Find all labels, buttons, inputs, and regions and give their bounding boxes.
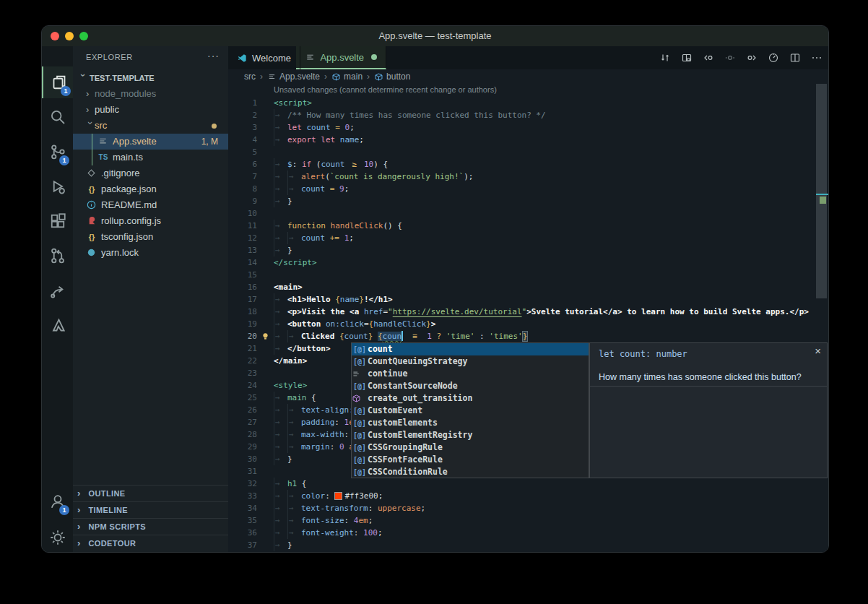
activity-bar-item-search[interactable] — [42, 101, 73, 133]
code-line-8[interactable]: 8→→count = 9; — [228, 183, 828, 195]
pull-request-icon — [49, 247, 66, 264]
workspace-root-row[interactable]: › TEST-TEMPLATE — [73, 70, 228, 86]
tree-item-yarn-lock[interactable]: yarn.lock — [73, 245, 228, 261]
scrollbar[interactable] — [816, 84, 827, 298]
code-line-13[interactable]: 13→} — [228, 244, 828, 256]
code-line-18[interactable]: 18→<p>Visit the <a href="https://svelte.… — [228, 306, 828, 318]
activity-bar-item-explorer[interactable]: 1 — [42, 66, 74, 98]
tree-item-node-modules[interactable]: ›node_modules — [73, 86, 228, 102]
code-line-34[interactable]: 34→→text-transform: uppercase; — [228, 502, 828, 514]
suggestion-label: CSSGroupingRule — [368, 441, 443, 454]
suggestion-cssfontfacerule[interactable]: [@]CSSFontFaceRule — [352, 454, 589, 466]
navigate-forward-icon[interactable] — [746, 52, 758, 64]
close-icon[interactable]: × — [815, 345, 821, 357]
suggestion-customelementregistry[interactable]: [@]CustomElementRegistry — [352, 429, 589, 441]
suggestion-cssconditionrule[interactable]: [@]CSSConditionRule — [352, 466, 589, 478]
breadcrumb-item-main[interactable]: main — [331, 72, 363, 82]
code-line-19[interactable]: 19→<button on:click={handleClick}> — [228, 318, 828, 330]
suggestion-constantsourcenode[interactable]: [@]ConstantSourceNode — [352, 380, 589, 392]
code-line-5[interactable]: 5 — [228, 146, 828, 158]
compare-changes-icon[interactable] — [659, 52, 671, 64]
tree-item-readme-md[interactable]: README.md — [73, 197, 228, 213]
code-line-1[interactable]: 1<script> — [228, 97, 828, 109]
activity-bar-item-azure[interactable] — [42, 309, 73, 341]
suggestion-countqueuingstrategy[interactable]: [@]CountQueuingStrategy — [352, 355, 589, 368]
tree-item-src[interactable]: ›src — [73, 118, 228, 134]
code-line-20[interactable]: 20→→Clicked {count} {coun ≡ 1 ? 'time' :… — [228, 330, 828, 342]
tab-welcome[interactable]: Welcome — [228, 46, 300, 69]
activity-bar-item-extensions[interactable] — [42, 205, 73, 237]
split-editor-icon[interactable] — [789, 52, 801, 64]
code-line-12[interactable]: 12→→count += 1; — [228, 232, 828, 244]
run-icon[interactable] — [768, 52, 779, 64]
codelens-unsaved-changes[interactable]: Unsaved changes (cannot determine recent… — [274, 85, 497, 94]
code-line-16[interactable]: 16<main> — [228, 281, 828, 293]
suggestion-cssgroupingrule[interactable]: [@]CSSGroupingRule — [352, 441, 589, 454]
more-actions-icon[interactable]: ··· — [207, 50, 220, 61]
sidebar-section-timeline[interactable]: › TIMELINE — [73, 501, 228, 518]
suggestion-customelements[interactable]: [@]customElements — [352, 417, 589, 429]
sidebar-section-codetour[interactable]: › CODETOUR — [73, 535, 228, 551]
gear-icon — [49, 529, 66, 546]
suggestion-create_out_transition[interactable]: create_out_transition — [352, 392, 589, 405]
code-viewport[interactable]: Unsaved changes (cannot determine recent… — [228, 84, 828, 552]
navigate-back-icon[interactable] — [703, 52, 714, 64]
tab-app-svelte[interactable]: App.svelte — [296, 46, 386, 69]
suggestion-customevent[interactable]: [@]CustomEvent — [352, 405, 589, 417]
code-line-14[interactable]: 14</script> — [228, 256, 828, 269]
activity-bar-item-live-share[interactable] — [42, 275, 73, 306]
section-label: NPM SCRIPTS — [88, 522, 146, 531]
tree-item-label: rollup.config.js — [101, 215, 161, 226]
tree-item-app-svelte[interactable]: App.svelte1, M — [73, 134, 228, 150]
tree-item-rollup-config-js[interactable]: rollup.config.js — [73, 213, 228, 229]
code-line-4[interactable]: 4→export let name; — [228, 134, 828, 146]
json-icon: {} — [86, 181, 97, 197]
code-text: →let count = 0; — [274, 121, 355, 134]
code-text: →→alert(`count is dangerously high!`); — [274, 171, 473, 183]
code-line-15[interactable]: 15 — [228, 269, 828, 281]
code-line-33[interactable]: 33→→color: #ff3e00; — [228, 490, 828, 502]
overview-ruler-change-mark — [820, 197, 826, 204]
code-line-6[interactable]: 6→$: if (count ≥ 10) { — [228, 158, 828, 171]
code-line-3[interactable]: 3→let count = 0; — [228, 121, 828, 134]
line-number: 8 — [228, 183, 257, 195]
tab-whitespace-icon: → — [287, 441, 301, 453]
activity-bar-item-accounts[interactable]: 1 — [42, 486, 73, 517]
more-actions-icon[interactable] — [811, 52, 823, 64]
code-line-10[interactable]: 10 — [228, 207, 828, 220]
code-line-36[interactable]: 36→→font-weight: 100; — [228, 527, 828, 539]
code-line-7[interactable]: 7→→alert(`count is dangerously high!`); — [228, 171, 828, 183]
code-line-35[interactable]: 35→→font-size: 4em; — [228, 514, 828, 527]
code-text: →→text-transform: uppercase; — [274, 502, 425, 514]
code-line-17[interactable]: 17→<h1>Hello {name}!</h1> — [228, 293, 828, 306]
line-number: 22 — [228, 355, 257, 367]
sidebar-section-npm-scripts[interactable]: › NPM SCRIPTS — [73, 518, 228, 535]
code-line-37[interactable]: 37→} — [228, 539, 828, 551]
code-line-2[interactable]: 2→/** How many times has someone clicked… — [228, 109, 828, 121]
activity-bar-item-run-debug[interactable] — [42, 171, 73, 202]
color-swatch — [334, 492, 342, 500]
open-preview-icon[interactable] — [681, 52, 693, 64]
lightbulb-icon[interactable] — [261, 332, 270, 341]
activity-bar-item-settings[interactable] — [42, 522, 73, 553]
breadcrumb-item-src[interactable]: src — [244, 72, 256, 82]
activity-bar-item-github-pull-requests[interactable] — [42, 240, 73, 272]
tree-item-tsconfig-json[interactable]: {}tsconfig.json — [73, 229, 228, 245]
breadcrumb-item-app-svelte[interactable]: App.svelte — [267, 72, 320, 82]
current-position-icon[interactable] — [724, 52, 736, 64]
suggestion-count[interactable]: [@]count — [352, 343, 589, 355]
code-line-32[interactable]: 32→h1 { — [228, 478, 828, 490]
tree-item-public[interactable]: ›public — [73, 102, 228, 118]
section-label: CODETOUR — [88, 539, 136, 548]
tree-item-main-ts[interactable]: TSmain.ts — [73, 150, 228, 165]
activity-bar-item-source-control[interactable]: 1 — [42, 136, 73, 168]
azure-icon — [49, 316, 66, 334]
code-line-9[interactable]: 9→} — [228, 195, 828, 207]
sidebar-section-outline[interactable]: › OUTLINE — [73, 485, 228, 501]
code-line-11[interactable]: 11→function handleClick() { — [228, 220, 828, 232]
breadcrumb-item-button[interactable]: button — [374, 72, 410, 82]
share-icon — [49, 282, 66, 299]
tree-item--gitignore[interactable]: .gitignore — [73, 165, 228, 181]
tree-item-package-json[interactable]: {}package.json — [73, 181, 228, 197]
suggestion-continue[interactable]: continue — [352, 368, 589, 380]
